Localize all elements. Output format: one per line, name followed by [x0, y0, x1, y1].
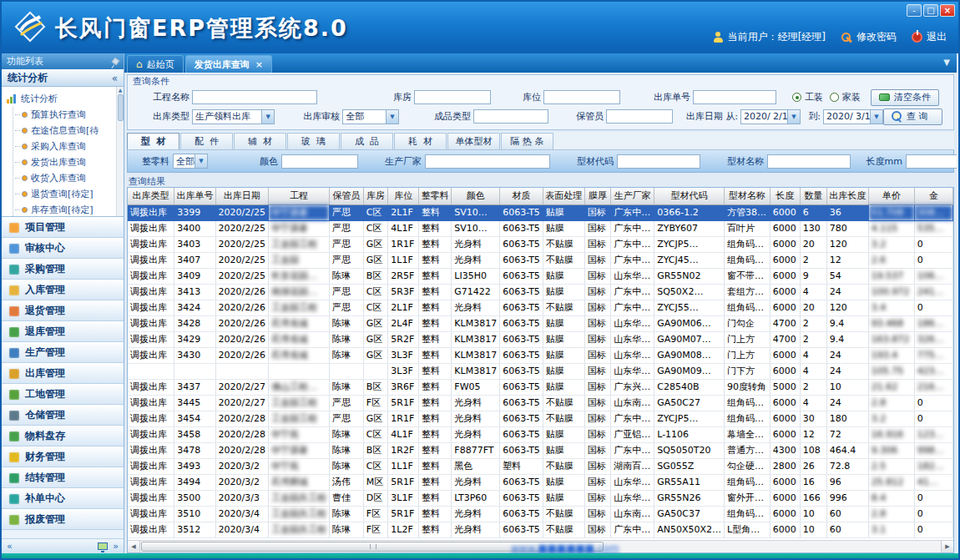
scroll-left-icon[interactable]: ◀ — [128, 541, 140, 552]
material-tab-profile[interactable]: 型 材 — [127, 133, 179, 149]
chevron-down-icon[interactable]: ▼ — [386, 110, 398, 124]
pin-icon[interactable] — [112, 58, 120, 66]
table-row[interactable]: 调拨出库34302020/2/26石湾名城陈琳G区3L3F整料KLM381760… — [128, 347, 953, 363]
radio-jiazhuang[interactable]: 家装 — [830, 91, 861, 103]
column-header[interactable]: 膜厚 — [584, 188, 610, 204]
collapse-right-icon[interactable]: » — [113, 541, 119, 552]
material-tab-consumable[interactable]: 耗 材 — [394, 133, 447, 149]
sidebar-item-site-management[interactable]: 工地管理 — [2, 384, 124, 405]
maker-input[interactable] — [425, 154, 550, 169]
keeper-input[interactable] — [606, 109, 673, 124]
tab-home[interactable]: ⌂ 起始页 — [127, 55, 184, 73]
material-tab-heat-strip[interactable]: 隔 热 条 — [501, 133, 553, 149]
sidebar-item-scrap-management[interactable]: 报废管理 — [2, 509, 124, 530]
outbound-audit-select[interactable]: 全部 ▼ — [342, 109, 399, 124]
monitor-icon[interactable] — [98, 542, 108, 550]
tab-shipping-outbound-query[interactable]: 发货出库查询 × — [185, 55, 272, 73]
column-header[interactable]: 数量 — [800, 188, 826, 204]
warehouse-input[interactable] — [414, 90, 491, 104]
profile-code-input[interactable] — [617, 154, 700, 169]
table-row[interactable]: 调拨出库35102020/3/4工业园共工程陈琳F区5R1F整料光身料6063-… — [128, 506, 953, 522]
tree-item[interactable]: 库存查询[待定] — [15, 202, 115, 217]
minimize-button[interactable]: - — [907, 4, 922, 17]
radio-gongzhuang[interactable]: 工装 — [792, 91, 823, 103]
table-row[interactable]: 调拨出库33992020/2/25华宁源著严思C区2L1F整料SV10…6063… — [128, 204, 953, 220]
logout-button[interactable]: 退出 — [912, 30, 947, 44]
scroll-right-icon[interactable]: ▶ — [941, 541, 953, 552]
tree-item[interactable]: 预算执行查询 — [15, 107, 115, 123]
location-input[interactable] — [543, 90, 620, 104]
table-row[interactable]: 3L3F整料KLM38176063-T5贴膜国标山东华…GA90M09…门下方6… — [128, 363, 953, 379]
table-row[interactable]: 调拨出库35122020/3/4工业园共工程陈琳F区1L2F整料光身料6063-… — [128, 522, 953, 537]
column-header[interactable]: 表面处理 — [543, 188, 584, 204]
table-row[interactable]: 调拨出库34942020/3/2石湾辉城汤伟M区5R1F整料光身料6063-T5… — [128, 474, 953, 490]
sidebar-item-project-management[interactable]: 项目管理 — [2, 217, 124, 238]
chevron-down-icon[interactable]: ▼ — [787, 110, 800, 124]
column-header[interactable]: 保管员 — [329, 188, 363, 204]
sidebar-item-inbound-management[interactable]: 入库管理 — [2, 280, 124, 300]
table-row[interactable]: 调拨出库34582020/2/28华宁苑陈琳C区4L1F整料光身料6063-T5… — [128, 426, 953, 442]
zhengling-select[interactable]: 全部 ▼ — [173, 154, 208, 169]
tree-item[interactable]: 采购入库查询 — [15, 139, 115, 154]
column-header[interactable]: 工程 — [268, 188, 329, 204]
column-header[interactable]: 整零料 — [419, 188, 452, 204]
radio-jiazhuang-dot[interactable] — [830, 93, 839, 102]
table-row[interactable]: 调拨出库35002020/3/3工业园共工程曹佳D区3L1F整料LT3P6060… — [128, 490, 953, 506]
column-header[interactable]: 生产厂家 — [611, 188, 654, 204]
product-type-input[interactable] — [473, 109, 548, 124]
search-button[interactable]: 查 询 — [883, 108, 942, 125]
material-tab-single-profile[interactable]: 单体型材 — [447, 133, 500, 149]
sidebar-item-supplement-center[interactable]: 补单中心 — [2, 488, 124, 509]
collapse-left-icon[interactable]: « — [7, 541, 13, 552]
sidebar-item-finance-management[interactable]: 财务管理 — [2, 446, 124, 467]
column-header[interactable]: 型材代码 — [654, 188, 725, 204]
tree-item[interactable]: 在途信息查询[待 — [15, 123, 115, 139]
clear-conditions-button[interactable]: 清空条件 — [871, 89, 939, 106]
table-row[interactable]: 调拨出库34032020/2/25工业园工程严思G区1R1F整料光身料6063-… — [128, 236, 953, 252]
chevron-down-icon[interactable]: ▼ — [195, 154, 207, 168]
material-tab-fitting[interactable]: 配 件 — [180, 133, 233, 149]
length-input[interactable] — [906, 154, 957, 169]
table-row[interactable]: 调拨出库34542020/2/28工业园工程严思G区1R1F整料光身料6063-… — [128, 411, 953, 426]
color-input[interactable] — [281, 154, 358, 169]
sidebar-item-warehouse-management[interactable]: 仓储管理 — [2, 405, 124, 426]
column-header[interactable]: 出库单号 — [174, 188, 215, 204]
sidebar-item-return-store-management[interactable]: 退库管理 — [2, 321, 124, 342]
column-header[interactable]: 单价 — [868, 188, 914, 204]
collapse-section-icon[interactable]: « — [112, 73, 118, 84]
maximize-button[interactable]: □ — [923, 4, 938, 17]
chevron-down-icon[interactable]: ▼ — [261, 110, 274, 124]
column-header[interactable]: 长度 — [770, 188, 800, 204]
tree-item[interactable]: 收货入库查询 — [15, 170, 115, 186]
sidebar-item-audit-center[interactable]: 审核中心 — [2, 238, 124, 259]
material-tab-auxiliary[interactable]: 辅 材 — [234, 133, 286, 149]
chevron-down-icon[interactable]: ▼ — [870, 110, 882, 124]
column-header[interactable]: 出库类型 — [128, 188, 174, 204]
column-header[interactable]: 材质 — [500, 188, 543, 204]
sidebar-item-production-management[interactable]: 生产管理 — [2, 342, 124, 363]
sidebar-item-outbound-management[interactable]: 出库管理 — [2, 363, 124, 384]
sidebar-item-material-inventory[interactable]: 物料盘存 — [2, 426, 124, 446]
table-row[interactable]: 调拨出库34092020/2/25长安花园…陈琳B区2R5F整料LI35H060… — [128, 268, 953, 284]
table-row[interactable]: 调拨出库34002020/2/25华宁源著严思C区4L1F整料SV10…6063… — [128, 220, 953, 236]
table-row[interactable]: 调拨出库34292020/2/26石湾名城陈琳G区5R2F整料KLM381760… — [128, 331, 953, 347]
table-row[interactable]: 调拨出库34282020/2/26石湾名城陈琳G区2L4F整料KLM381760… — [128, 315, 953, 331]
table-row[interactable]: 调拨出库34242020/2/26工业园工程严思C区2L1F整料光身料6063-… — [128, 300, 953, 315]
tree-scroll-thumb[interactable] — [118, 94, 124, 121]
order-no-input[interactable] — [693, 90, 776, 104]
profile-name-input[interactable] — [767, 154, 851, 169]
sidebar-item-purchase-management[interactable]: 采购管理 — [2, 259, 124, 280]
project-name-input[interactable] — [192, 90, 317, 104]
tree-root-statistics[interactable]: 统计分析 — [7, 90, 115, 107]
tree-item[interactable]: 发货出库查询 — [15, 154, 115, 170]
material-tab-glass[interactable]: 玻 璃 — [287, 133, 340, 149]
scroll-up-icon[interactable]: ▲ — [119, 87, 123, 93]
radio-gongzhuang-dot[interactable] — [792, 93, 801, 102]
sidebar-item-carryover-management[interactable]: 结转管理 — [2, 467, 124, 488]
column-header[interactable]: 金 — [914, 188, 952, 204]
tab-list-dropdown-icon[interactable]: ▼ — [943, 58, 950, 67]
table-row[interactable]: 调拨出库34782020/2/28华宁源著陈琳B区1R2F整料F8877FT60… — [128, 442, 953, 458]
table-row[interactable]: 调拨出库34072020/2/25工业园严思G区1L1F整料光身料6063-T5… — [128, 252, 953, 268]
tree-scrollbar[interactable]: ▲ — [116, 87, 124, 216]
column-header[interactable]: 库房 — [363, 188, 388, 204]
